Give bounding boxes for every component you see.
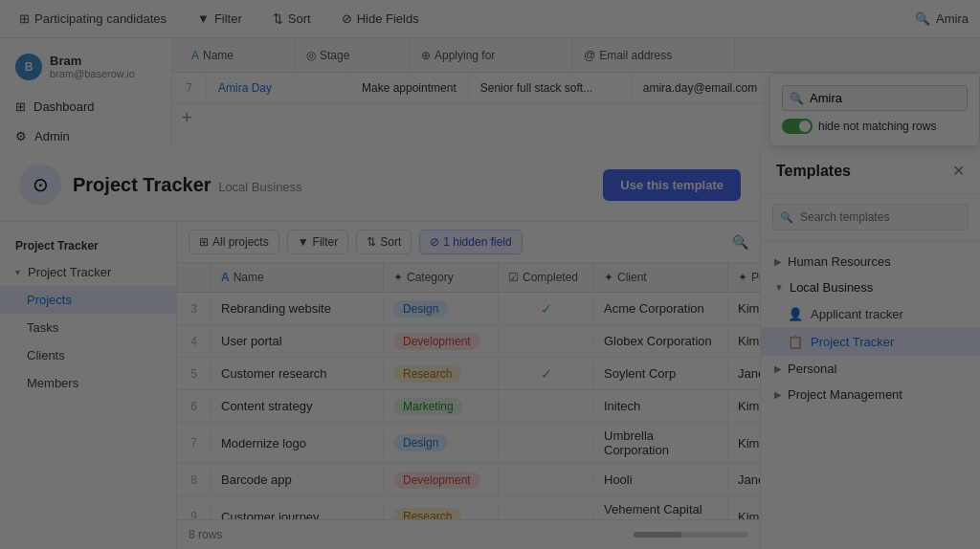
modal-overlay <box>0 0 980 549</box>
bg-app: ⊞ Participating candidates ▼ Filter ⇅ So… <box>0 0 980 549</box>
